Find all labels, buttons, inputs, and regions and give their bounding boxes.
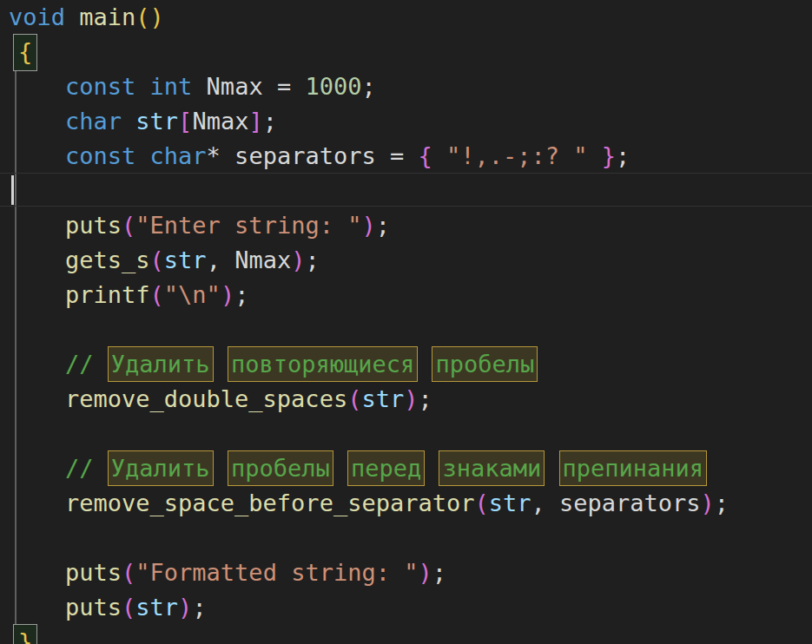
code-token <box>588 142 602 169</box>
code-token: str <box>135 594 178 621</box>
code-token: ) <box>361 212 375 239</box>
code-token: ; <box>616 142 630 169</box>
code-token: } <box>602 142 616 169</box>
code-token: "Enter string: " <box>135 212 361 239</box>
code-token <box>333 455 347 482</box>
code-token: puts <box>65 594 122 621</box>
code-token <box>9 281 65 308</box>
code-token: ; <box>263 108 277 135</box>
code-token: ; <box>305 246 319 273</box>
code-token <box>9 108 65 135</box>
code-token <box>432 142 446 169</box>
code-token <box>214 351 228 378</box>
code-line-13[interactable] <box>0 417 812 451</box>
code-line-19[interactable]: } <box>0 625 812 644</box>
code-line-17[interactable]: puts("Formatted string: "); <box>0 555 812 590</box>
code-line-6[interactable] <box>0 174 812 208</box>
code-token: puts <box>65 212 122 239</box>
code-area: void main(){ const int Nmax = 1000; char… <box>0 0 812 644</box>
code-token: ( <box>347 385 361 412</box>
code-token <box>9 455 65 482</box>
code-token: const <box>65 142 135 169</box>
code-token: ( <box>122 594 135 621</box>
code-token: ( <box>150 246 164 273</box>
code-line-2[interactable]: { <box>0 35 812 69</box>
code-token <box>9 351 65 378</box>
code-token <box>9 559 65 586</box>
code-token: , Nmax <box>207 246 292 273</box>
code-token: ) <box>418 559 432 586</box>
code-token: void <box>9 3 65 30</box>
code-line-12[interactable]: remove_double_spaces(str); <box>0 382 812 417</box>
code-token: remove_space_before_separator <box>65 490 474 516</box>
code-token: ( <box>150 281 164 308</box>
code-line-7[interactable]: puts("Enter string: "); <box>0 208 812 243</box>
code-token <box>65 3 79 30</box>
code-token: Nmax <box>192 108 248 135</box>
code-line-3[interactable]: const int Nmax = 1000; <box>0 69 812 104</box>
code-token: str <box>361 385 404 412</box>
code-token: * separators = <box>207 142 419 169</box>
code-token: ; <box>376 212 390 239</box>
code-line-11[interactable]: // Удалить повторяющиеся пробелы <box>0 347 812 382</box>
code-token <box>9 73 65 100</box>
code-token: Nmax = <box>192 73 305 100</box>
code-token <box>545 455 558 482</box>
code-token: // <box>65 455 108 482</box>
code-line-9[interactable]: printf("\n"); <box>0 278 812 312</box>
code-token: remove_double_spaces <box>65 385 347 412</box>
code-token: // <box>65 351 108 378</box>
code-token: 1000 <box>305 73 361 100</box>
code-token: str <box>489 490 531 516</box>
code-token: препинания <box>559 450 708 486</box>
code-token: ( <box>122 212 135 239</box>
code-line-14[interactable]: // Удалить пробелы перед знаками препина… <box>0 451 812 486</box>
code-token <box>135 73 149 100</box>
code-token <box>9 246 65 273</box>
code-token: gets_s <box>65 246 150 273</box>
code-token: , separators <box>531 490 700 516</box>
code-token: char <box>150 142 207 169</box>
code-token <box>9 212 65 239</box>
code-line-10[interactable] <box>0 312 812 347</box>
code-token: printf <box>65 281 150 308</box>
code-editor[interactable]: void main(){ const int Nmax = 1000; char… <box>0 0 812 644</box>
code-line-4[interactable]: char str[Nmax]; <box>0 104 812 139</box>
code-token <box>9 490 65 516</box>
code-token <box>9 594 65 621</box>
code-token: ( <box>122 559 135 586</box>
code-token: пробелы <box>432 346 538 382</box>
text-cursor <box>11 175 14 205</box>
code-token: повторяющиеся <box>228 346 418 382</box>
code-line-18[interactable]: puts(str); <box>0 590 812 625</box>
code-token: str <box>164 246 207 273</box>
code-token: Удалить <box>108 346 214 382</box>
code-token: ) <box>701 490 715 516</box>
code-token: ] <box>248 108 262 135</box>
code-line-16[interactable] <box>0 521 812 555</box>
code-token: ; <box>715 490 729 516</box>
code-token: { <box>418 142 432 169</box>
code-token <box>418 351 432 378</box>
code-token <box>135 142 149 169</box>
code-token: [ <box>178 108 192 135</box>
code-token: ; <box>234 281 248 308</box>
code-token: ) <box>178 594 192 621</box>
code-line-5[interactable]: const char* separators = { "!,.-;:? " }; <box>0 139 812 174</box>
code-token: { <box>13 34 37 71</box>
code-token <box>9 385 65 412</box>
code-token: ) <box>291 246 305 273</box>
code-token <box>122 108 135 135</box>
code-token: знаками <box>439 450 545 486</box>
code-token: "Formatted string: " <box>135 559 418 586</box>
code-token: "!,.-;:? " <box>446 142 588 169</box>
code-line-15[interactable]: remove_space_before_separator(str, separ… <box>0 486 812 521</box>
code-line-8[interactable]: gets_s(str, Nmax); <box>0 243 812 278</box>
code-token: "\n" <box>164 281 221 308</box>
code-token: ; <box>418 385 432 412</box>
code-token: Удалить <box>108 450 214 486</box>
code-token: } <box>13 624 37 644</box>
code-line-1[interactable]: void main() <box>0 0 812 35</box>
code-token: ( <box>474 490 488 516</box>
code-token: () <box>135 3 164 30</box>
